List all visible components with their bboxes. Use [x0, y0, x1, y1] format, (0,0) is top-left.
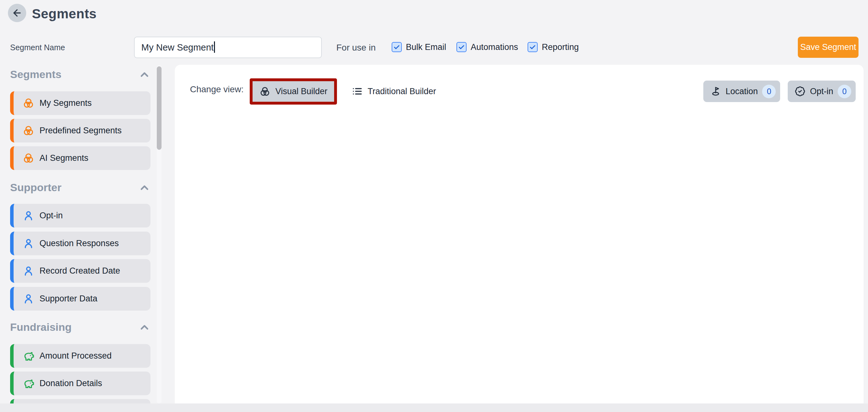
content-area: Segments My Segments Predefined Segments…: [0, 0, 868, 404]
sidebar-section-segments-header[interactable]: Segments: [10, 68, 151, 81]
sidebar-item-predefined-segments[interactable]: Predefined Segments: [10, 119, 151, 142]
section-title-segments: Segments: [10, 68, 62, 81]
active-filter-chips: Location 0 Opt-in 0: [703, 81, 856, 102]
sidebar-item-total-donation-value[interactable]: Total Donation Value: [10, 399, 151, 404]
user-icon: [23, 265, 34, 277]
visual-builder-highlight-box: Visual Builder: [250, 78, 337, 104]
item-label: Donation Details: [39, 379, 102, 388]
sidebar-item-my-segments[interactable]: My Segments: [10, 91, 151, 115]
item-label: Question Responses: [39, 239, 119, 248]
opt-in-filter-chip[interactable]: Opt-in 0: [788, 81, 856, 102]
page-bottom-strip: [0, 404, 868, 412]
venn-circles-icon: [23, 125, 34, 137]
venn-circles-icon: [23, 97, 34, 109]
sidebar-scrollbar-thumb[interactable]: [157, 66, 161, 150]
visual-builder-button[interactable]: Visual Builder: [253, 81, 334, 102]
section-title-fundraising: Fundraising: [10, 321, 72, 333]
item-label: My Segments: [39, 98, 92, 108]
sidebar-section-supporter-header[interactable]: Supporter: [10, 181, 151, 194]
sidebar-section-fundraising-header[interactable]: Fundraising: [10, 321, 151, 333]
traditional-builder-button[interactable]: Traditional Builder: [352, 81, 436, 102]
section-title-supporter: Supporter: [10, 181, 61, 194]
sidebar-item-amount-processed[interactable]: Amount Processed: [10, 344, 151, 368]
user-icon: [23, 210, 34, 222]
sidebar-item-question-responses[interactable]: Question Responses: [10, 231, 151, 255]
item-label: Record Created Date: [39, 266, 120, 276]
item-label: Opt-in: [39, 211, 63, 221]
change-view-label: Change view:: [190, 84, 244, 94]
location-filter-chip[interactable]: Location 0: [703, 81, 780, 102]
list-icon: [352, 86, 363, 97]
item-label: Predefined Segments: [39, 126, 122, 135]
sidebar-item-record-created-date[interactable]: Record Created Date: [10, 259, 151, 283]
item-label: Amount Processed: [39, 351, 112, 361]
badge-check-icon: [795, 86, 805, 97]
sidebar-item-donation-details[interactable]: Donation Details: [10, 372, 151, 395]
venn-circles-icon: [259, 86, 271, 97]
piggy-bank-icon: [23, 378, 34, 389]
location-chip-label: Location: [725, 87, 758, 96]
item-label: Supporter Data: [39, 294, 97, 304]
opt-in-chip-label: Opt-in: [810, 87, 833, 96]
sidebar-item-ai-segments[interactable]: AI Segments: [10, 146, 151, 170]
venn-circles-icon: [23, 152, 34, 164]
chevron-up-icon[interactable]: [138, 182, 151, 194]
chevron-up-icon[interactable]: [138, 321, 151, 333]
opt-in-count-badge: 0: [838, 85, 851, 98]
user-icon: [23, 237, 34, 250]
builder-panel: Change view: Visual Builder Traditional …: [175, 65, 864, 404]
user-icon: [23, 293, 34, 305]
segments-page: Segments Segment Name My New Segment For…: [0, 0, 868, 412]
sidebar-item-supporter-data[interactable]: Supporter Data: [10, 287, 151, 311]
location-count-badge: 0: [762, 85, 776, 98]
item-label: AI Segments: [39, 153, 89, 163]
traditional-builder-label: Traditional Builder: [368, 87, 436, 96]
chevron-up-icon[interactable]: [138, 69, 151, 81]
sidebar-item-opt-in[interactable]: Opt-in: [10, 204, 151, 227]
goal-flag-icon: [710, 86, 721, 97]
visual-builder-label: Visual Builder: [275, 87, 328, 96]
piggy-bank-icon: [23, 350, 34, 362]
